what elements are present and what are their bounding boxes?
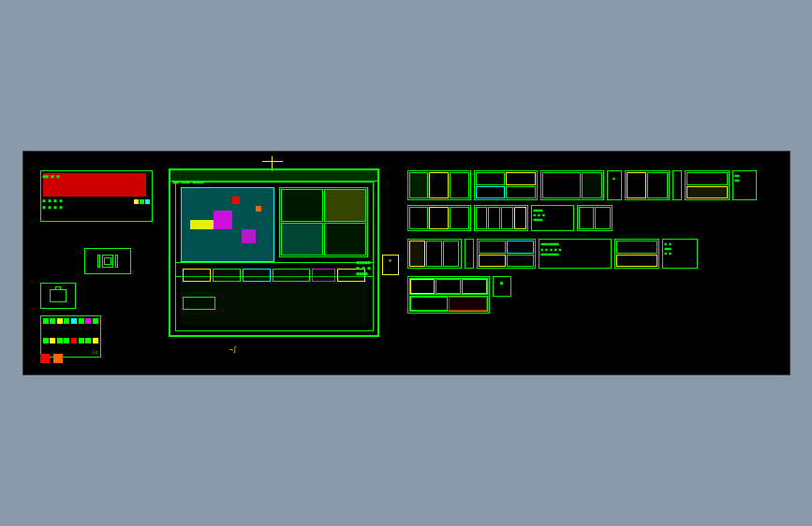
cad-canvas: ■ ■ ■ ■ ■ ■ ■ ■ ■■ ■ ■ [22, 151, 790, 375]
left-panel: ■ ■ ■ ■ ■ ■ ■ ■ ■■ ■ ■ [40, 170, 153, 222]
right-row-3: ■■■■■■■■■ ■ ■ ■ ■■■■■■■■■ ■ ■■■■■ ■ [407, 239, 698, 269]
symbol-right: ⊕ [382, 255, 399, 275]
rbox-1-4: ■ [607, 170, 622, 200]
rbox-3-5 [614, 239, 659, 269]
right-row-2: ■■■■■ ■ ■■■■■ [407, 205, 613, 231]
rbox-3-1 [407, 239, 462, 269]
rbox-1-8: ■■■■ [732, 170, 757, 200]
rbox-2-3: ■■■■■ ■ ■■■■■ [531, 205, 574, 231]
rbox-1-3 [540, 170, 604, 200]
rbox-1-5 [625, 170, 670, 200]
rbox-4-2: ■ [493, 276, 511, 297]
rbox-1-7 [685, 170, 730, 200]
battery-symbol [84, 248, 131, 274]
rbox-3-4: ■■■■■■■■■ ■ ■ ■ ■■■■■■■■■ [539, 239, 612, 269]
bottom-left-box: Co [40, 315, 101, 358]
rbox-3-3 [477, 239, 536, 269]
rbox-2-1 [407, 205, 471, 231]
rbox-4-1 [407, 276, 490, 314]
rbox-3-6: ■ ■■■■■ ■ [662, 239, 698, 269]
rbox-1-6 [672, 170, 682, 200]
right-row-1: ■ ■■■■ [407, 170, 757, 200]
color-dots [40, 354, 63, 363]
tick-horizontal [262, 161, 283, 162]
dot-red [40, 354, 50, 363]
bottom-label: ¬∫ [229, 346, 237, 354]
rbox-1-1 [407, 170, 471, 200]
main-floor-plan: ■■■■■ ■ ■ ■ ■■■■ ■■ ■■■ ■■■■ [169, 168, 379, 337]
rbox-1-2 [474, 170, 538, 200]
detail-box-top: ■ ■ ■ ■ ■ ■ ■ ■ ■■ ■ ■ [40, 170, 153, 222]
rbox-2-4 [577, 205, 613, 231]
rbox-3-2 [465, 239, 474, 269]
camera-icon-box [40, 283, 76, 309]
dot-orange [53, 354, 63, 363]
rbox-2-2 [474, 205, 528, 231]
right-row-4: ■ [407, 276, 511, 314]
